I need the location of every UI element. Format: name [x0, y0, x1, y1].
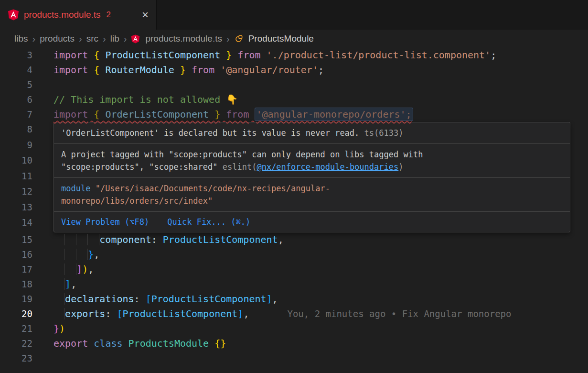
code-line-3[interactable]: 3import { ProductListComponent } from '.…: [0, 48, 588, 63]
eslint-message-line2-text: "scope:products", "scope:shared": [61, 162, 223, 172]
code-line-content: exports: [ProductListComponent],You, 2 m…: [53, 307, 511, 321]
token: ProductsModule: [128, 338, 209, 349]
token: ,: [243, 308, 249, 319]
code-line-content: export class ProductsModule {}: [53, 336, 226, 351]
token: }: [214, 109, 220, 120]
token: [88, 338, 94, 349]
code-line-5[interactable]: 5: [0, 77, 588, 92]
git-blame-annotation: You, 2 minutes ago • Fix Angular monorep…: [287, 308, 511, 319]
breadcrumb-item-lib[interactable]: lib: [110, 33, 119, 44]
token: [220, 109, 226, 120]
code-line-16[interactable]: 16 },: [0, 247, 588, 262]
token: [: [117, 308, 122, 319]
code-lines-bottom: 15 component: ProductListComponent,16 },…: [0, 232, 588, 366]
code-line-21[interactable]: 21}): [0, 321, 588, 336]
line-number: 13: [0, 201, 32, 213]
token: ;: [318, 64, 324, 76]
token: [53, 278, 65, 290]
code-line-content: ]),: [53, 262, 94, 277]
token: {: [94, 109, 99, 120]
tab-problems-badge: 2: [107, 10, 111, 20]
line-number: 4: [0, 63, 32, 77]
token: ): [82, 263, 88, 275]
tab-products-module[interactable]: products.module.ts 2 ×: [0, 0, 157, 30]
angular-icon: [8, 9, 19, 21]
token: ProductListComponent: [123, 308, 238, 319]
code-line-content: },: [53, 247, 99, 262]
popup-band: 891011121314 'OrderListComponent' is dec…: [0, 122, 588, 232]
line-number: 20: [0, 307, 32, 321]
code-editor[interactable]: 3import { ProductListComponent } from '.…: [0, 48, 588, 366]
token: :: [134, 293, 146, 305]
breadcrumb-item-file[interactable]: products.module.ts: [145, 33, 222, 44]
code-line-7[interactable]: 7import { OrderListComponent } from '@an…: [0, 107, 588, 122]
editor-tab-bar: products.module.ts 2 ×: [0, 0, 588, 30]
line-number: 19: [0, 292, 32, 307]
token: [53, 263, 76, 275]
chevron-separator: ›: [124, 33, 127, 44]
line-number: 22: [0, 336, 32, 351]
token: exports: [65, 308, 105, 319]
code-line-22[interactable]: 22export class ProductsModule {}: [0, 336, 588, 351]
token: [249, 109, 255, 120]
eslint-message-line2: "scope:products", "scope:shared" eslint(…: [61, 161, 563, 173]
code-line-18[interactable]: 18 ],: [0, 277, 588, 292]
token: component: [99, 234, 151, 245]
eslint-diagnostic-section: A project tagged with "scope:products" c…: [54, 144, 570, 178]
close-icon[interactable]: ×: [142, 9, 149, 21]
token: ]: [65, 278, 71, 290]
token: ]: [76, 263, 82, 275]
token: ,: [278, 234, 284, 245]
line-number: 9: [0, 139, 32, 151]
breadcrumb-item-libs[interactable]: libs: [14, 33, 28, 44]
line-number: 11: [0, 170, 32, 182]
token: from: [226, 109, 249, 120]
token: declarations: [65, 293, 134, 305]
token: '@angular-monorepo/orders';: [255, 108, 413, 121]
view-problem-action[interactable]: View Problem (⌥F8): [61, 216, 149, 228]
token: [88, 49, 94, 61]
token: [88, 64, 94, 76]
token: ProductListComponent: [151, 293, 267, 305]
token: ): [59, 323, 65, 334]
token: import: [53, 109, 88, 120]
hover-diagnostics-popup: 'OrderListComponent' is declared but its…: [53, 122, 570, 232]
token: [53, 249, 88, 260]
breadcrumb-item-products[interactable]: products: [40, 33, 75, 44]
code-line-4[interactable]: 4import { RouterModule } from '@angular/…: [0, 63, 588, 77]
token: export: [53, 338, 88, 349]
token: class: [94, 338, 122, 349]
error-squiggle: import { OrderListComponent } from '@ang…: [53, 109, 413, 120]
token: ,: [272, 293, 278, 305]
token: [123, 338, 128, 349]
token: ProductListComponent: [99, 49, 226, 61]
breadcrumb-item-symbol[interactable]: ProductsModule: [248, 33, 314, 44]
code-line-6[interactable]: 6// This import is not allowed 👇: [0, 92, 588, 107]
token: RouterModule: [99, 64, 180, 76]
breadcrumb-item-src[interactable]: src: [86, 33, 98, 44]
code-line-20[interactable]: 20 exports: [ProductListComponent],You, …: [0, 307, 588, 321]
token: // This import is not allowed 👇: [53, 94, 238, 105]
eslint-rule-link[interactable]: @nx/enforce-module-boundaries: [257, 162, 398, 172]
tab-title: products.module.ts: [24, 10, 101, 20]
hover-actions: View Problem (⌥F8) Quick Fix... (⌘.): [54, 212, 570, 232]
line-number: 14: [0, 217, 32, 229]
code-line-19[interactable]: 19 declarations: [ProductListComponent],: [0, 292, 588, 307]
code-line-content: ],: [53, 277, 76, 292]
code-line-17[interactable]: 17 ]),: [0, 262, 588, 277]
token: ,: [94, 249, 99, 260]
line-number: 18: [0, 277, 32, 292]
ts-diagnostic-section: 'OrderListComponent' is declared but its…: [54, 122, 570, 144]
code-line-15[interactable]: 15 component: ProductListComponent,: [0, 232, 588, 247]
token: import: [53, 64, 88, 76]
eslint-source-label: eslint(: [223, 162, 257, 172]
vscode-window: products.module.ts 2 × libs › products ›…: [0, 0, 588, 373]
quick-fix-action[interactable]: Quick Fix... (⌘.): [167, 216, 250, 228]
code-lines-top: 3import { ProductListComponent } from '.…: [0, 48, 588, 122]
code-line-content: import { OrderListComponent } from '@ang…: [53, 107, 413, 122]
token: {: [94, 64, 99, 76]
token: }: [226, 49, 232, 61]
code-line-23[interactable]: 23: [0, 351, 588, 366]
token: ,: [88, 263, 94, 275]
token: ProductListComponent: [163, 234, 278, 245]
